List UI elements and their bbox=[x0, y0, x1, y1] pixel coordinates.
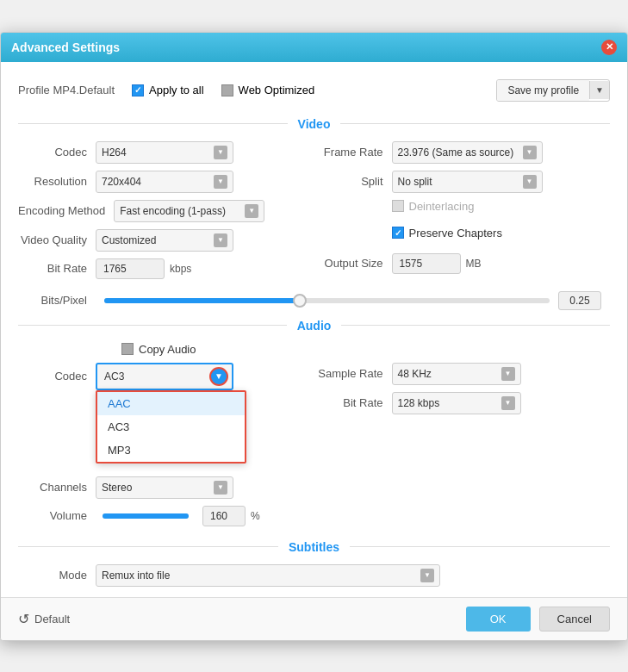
codec-label: Codec bbox=[18, 146, 96, 159]
save-profile-button[interactable]: Save my profile ▼ bbox=[496, 79, 610, 102]
dialog-content: Profile MP4.Default Apply to all Web Opt… bbox=[1, 62, 627, 587]
sample-rate-select[interactable]: 48 KHz ▼ bbox=[392, 363, 521, 385]
preserve-chapters-checkbox[interactable] bbox=[392, 227, 404, 239]
copy-audio-checkbox[interactable] bbox=[121, 343, 134, 355]
resolution-select[interactable]: 720x404 ▼ bbox=[96, 171, 233, 193]
volume-input[interactable]: 160 bbox=[202, 506, 246, 526]
default-button[interactable]: ↺ Default bbox=[18, 611, 70, 627]
audio-codec-dropdown-btn[interactable]: ▼ bbox=[209, 367, 228, 386]
volume-label: Volume bbox=[18, 509, 96, 522]
save-profile-arrow[interactable]: ▼ bbox=[589, 81, 609, 99]
resolution-row: Resolution 720x404 ▼ bbox=[18, 171, 314, 193]
frame-rate-dropdown-arrow[interactable]: ▼ bbox=[523, 146, 537, 159]
preserve-chapters-label: Preserve Chapters bbox=[409, 227, 502, 240]
audio-codec-trigger[interactable]: AC3 ▼ bbox=[96, 363, 233, 390]
bit-rate-row: Bit Rate 1765 kbps bbox=[18, 258, 314, 279]
title-bar: Advanced Settings ✕ bbox=[1, 33, 627, 62]
audio-bit-rate-dropdown-arrow[interactable]: ▼ bbox=[501, 396, 515, 410]
split-select[interactable]: No split ▼ bbox=[392, 171, 543, 193]
split-dropdown-arrow[interactable]: ▼ bbox=[523, 175, 537, 189]
web-optimized-label: Web Optimized bbox=[239, 84, 315, 96]
close-button[interactable]: ✕ bbox=[601, 40, 617, 55]
copy-audio-label: Copy Audio bbox=[139, 343, 196, 356]
audio-bit-rate-select[interactable]: 128 kbps ▼ bbox=[392, 392, 521, 414]
channels-select[interactable]: Stereo ▼ bbox=[96, 476, 233, 499]
mode-dropdown-arrow[interactable]: ▼ bbox=[420, 569, 434, 582]
sample-rate-row: Sample Rate 48 KHz ▼ bbox=[314, 363, 611, 385]
video-left-col: Codec H264 ▼ Resolution 720x404 ▼ bbox=[18, 141, 314, 286]
video-section-label: Video bbox=[288, 117, 341, 131]
encoding-method-select[interactable]: Fast encoding (1-pass) ▼ bbox=[114, 200, 264, 222]
subtitles-section: Mode Remux into file ▼ bbox=[18, 564, 610, 587]
codec-dropdown-arrow[interactable]: ▼ bbox=[214, 146, 227, 159]
sample-rate-dropdown-arrow[interactable]: ▼ bbox=[501, 367, 515, 381]
mode-value: Remux into file bbox=[102, 569, 420, 582]
codec-select[interactable]: H264 ▼ bbox=[96, 141, 233, 164]
bits-pixel-value: 0.25 bbox=[558, 291, 601, 310]
audio-divider-right bbox=[341, 325, 610, 326]
slider-filled bbox=[104, 298, 300, 303]
video-quality-dropdown-arrow[interactable]: ▼ bbox=[214, 233, 227, 247]
audio-divider-left bbox=[18, 325, 287, 326]
sample-rate-value: 48 KHz bbox=[398, 368, 501, 380]
advanced-settings-dialog: Advanced Settings ✕ Profile MP4.Default … bbox=[0, 32, 628, 641]
bits-pixel-slider[interactable] bbox=[104, 298, 550, 303]
encoding-method-row: Encoding Method Fast encoding (1-pass) ▼ bbox=[18, 200, 314, 222]
resolution-label: Resolution bbox=[18, 175, 96, 188]
ok-button[interactable]: OK bbox=[466, 607, 531, 632]
deinterlacing-label: Deinterlacing bbox=[409, 200, 475, 213]
audio-section: Copy Audio Codec AC3 ▼ AAC bbox=[18, 343, 610, 533]
deinterlacing-checkbox[interactable] bbox=[392, 200, 404, 212]
apply-to-all-checkbox[interactable] bbox=[132, 84, 144, 96]
apply-to-all-label: Apply to all bbox=[149, 84, 204, 96]
video-quality-row: Video Quality Customized ▼ bbox=[18, 229, 314, 252]
audio-codec-option-aac[interactable]: AAC bbox=[97, 392, 245, 415]
resolution-value: 720x404 bbox=[102, 176, 214, 188]
output-size-row: Output Size 1575 MB bbox=[314, 253, 611, 274]
audio-section-label: Audio bbox=[287, 319, 342, 333]
audio-left-col: Codec AC3 ▼ AAC AC3 MP3 bbox=[18, 363, 314, 533]
web-optimized-group: Web Optimized bbox=[221, 84, 315, 96]
volume-slider[interactable] bbox=[103, 513, 189, 519]
slider-thumb[interactable] bbox=[293, 294, 307, 308]
audio-section-divider: Audio bbox=[18, 319, 610, 333]
mode-select[interactable]: Remux into file ▼ bbox=[96, 564, 440, 587]
video-quality-select[interactable]: Customized ▼ bbox=[96, 229, 233, 252]
audio-bit-rate-label: Bit Rate bbox=[314, 396, 392, 409]
footer: ↺ Default OK Cancel bbox=[1, 597, 627, 640]
resolution-dropdown-arrow[interactable]: ▼ bbox=[214, 175, 227, 189]
mode-row: Mode Remux into file ▼ bbox=[18, 564, 610, 587]
channels-dropdown-arrow[interactable]: ▼ bbox=[214, 481, 227, 495]
bit-rate-label: Bit Rate bbox=[18, 262, 96, 275]
profile-label: Profile MP4.Default bbox=[18, 84, 115, 96]
copy-audio-row: Copy Audio bbox=[121, 343, 610, 356]
video-quality-label: Video Quality bbox=[18, 233, 96, 246]
footer-actions: OK Cancel bbox=[466, 607, 610, 632]
cancel-button[interactable]: Cancel bbox=[539, 607, 610, 632]
frame-rate-value: 23.976 (Same as source) bbox=[398, 146, 523, 159]
deinterlacing-group: Deinterlacing bbox=[392, 200, 475, 213]
audio-settings: Codec AC3 ▼ AAC AC3 MP3 bbox=[18, 363, 610, 533]
frame-rate-select[interactable]: 23.976 (Same as source) ▼ bbox=[392, 141, 543, 164]
encoding-dropdown-arrow[interactable]: ▼ bbox=[245, 204, 258, 218]
divider-line-right bbox=[340, 123, 610, 124]
bit-rate-unit: kbps bbox=[170, 263, 191, 275]
preserve-chapters-row: Preserve Chapters bbox=[314, 227, 611, 246]
output-size-unit: MB bbox=[466, 258, 482, 270]
codec-value: H264 bbox=[102, 146, 214, 159]
preserve-chapters-group: Preserve Chapters bbox=[392, 227, 502, 240]
web-optimized-checkbox[interactable] bbox=[221, 84, 233, 96]
output-size-label: Output Size bbox=[314, 257, 392, 270]
video-right-col: Frame Rate 23.976 (Same as source) ▼ Spl… bbox=[314, 141, 611, 286]
video-section-divider: Video bbox=[18, 117, 610, 131]
video-settings: Codec H264 ▼ Resolution 720x404 ▼ bbox=[18, 141, 610, 286]
save-profile-label: Save my profile bbox=[497, 80, 589, 101]
audio-codec-option-ac3[interactable]: AC3 bbox=[97, 415, 245, 439]
bit-rate-input[interactable]: 1765 bbox=[96, 258, 165, 279]
audio-codec-value: AC3 bbox=[104, 370, 209, 383]
audio-codec-option-mp3[interactable]: MP3 bbox=[97, 439, 245, 462]
subtitles-section-divider: Subtitles bbox=[18, 540, 610, 554]
output-size-input[interactable]: 1575 bbox=[392, 253, 461, 274]
audio-codec-label: Codec bbox=[18, 370, 96, 383]
volume-unit: % bbox=[251, 510, 260, 522]
